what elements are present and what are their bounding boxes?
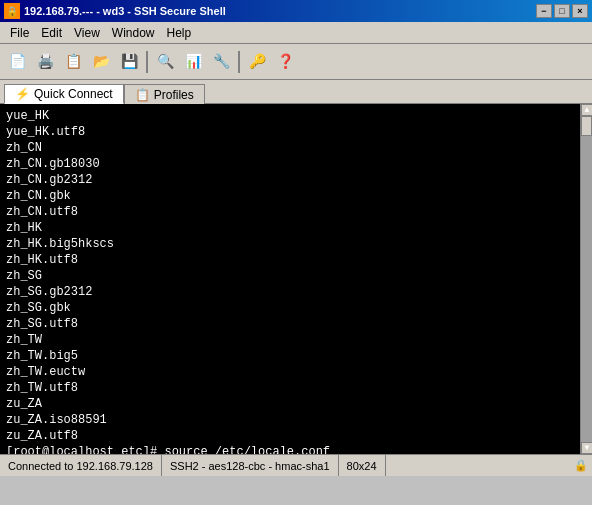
close-button[interactable]: × (572, 4, 588, 18)
terminal-command: [root@localhost etc]# source /etc/locale… (6, 444, 574, 454)
status-bar: Connected to 192.168.79.128 SSH2 - aes12… (0, 454, 592, 476)
list-item: zu_ZA.utf8 (6, 428, 574, 444)
list-item: zh_CN.gb2312 (6, 172, 574, 188)
toolbar-help[interactable]: ❓ (272, 49, 298, 75)
menu-file[interactable]: File (4, 24, 35, 42)
list-item: yue_HK.utf8 (6, 124, 574, 140)
app-icon: 🔒 (4, 3, 20, 19)
toolbar-open[interactable]: 📂 (88, 49, 114, 75)
minimize-button[interactable]: − (536, 4, 552, 18)
list-item: zh_CN (6, 140, 574, 156)
scrollbar[interactable]: ▲ ▼ (580, 104, 592, 454)
list-item: zh_HK.utf8 (6, 252, 574, 268)
scrollbar-track[interactable] (581, 116, 592, 442)
list-item: zh_TW.big5 (6, 348, 574, 364)
scrollbar-up[interactable]: ▲ (581, 104, 592, 116)
title-bar: 🔒 192.168.79.--- - wd3 - SSH Secure Shel… (0, 0, 592, 22)
quick-connect-icon: ⚡ (15, 87, 30, 101)
toolbar: 📄 🖨️ 📋 📂 💾 🔍 📊 🔧 🔑 ❓ (0, 44, 592, 80)
list-item: zh_SG.gbk (6, 300, 574, 316)
menu-view[interactable]: View (68, 24, 106, 42)
menu-window[interactable]: Window (106, 24, 161, 42)
dimensions-text: 80x24 (347, 460, 377, 472)
scrollbar-down[interactable]: ▼ (581, 442, 592, 454)
list-item: zh_HK.big5hkscs (6, 236, 574, 252)
maximize-button[interactable]: □ (554, 4, 570, 18)
encryption-text: SSH2 - aes128-cbc - hmac-sha1 (170, 460, 330, 472)
list-item: zh_SG.utf8 (6, 316, 574, 332)
tab-quick-connect-label: Quick Connect (34, 87, 113, 101)
list-item: zu_ZA.iso88591 (6, 412, 574, 428)
title-bar-left: 🔒 192.168.79.--- - wd3 - SSH Secure Shel… (4, 3, 226, 19)
toolbar-save[interactable]: 💾 (116, 49, 142, 75)
list-item: zh_SG (6, 268, 574, 284)
menu-bar: File Edit View Window Help (0, 22, 592, 44)
tab-quick-connect[interactable]: ⚡ Quick Connect (4, 84, 124, 104)
toolbar-settings[interactable]: 🔧 (208, 49, 234, 75)
status-icon: 🔒 (574, 459, 588, 472)
toolbar-sep1 (146, 51, 148, 73)
terminal-content: yue_HK yue_HK.utf8 zh_CN zh_CN.gb18030 z… (0, 104, 580, 454)
scrollbar-thumb[interactable] (581, 116, 592, 136)
connection-text: Connected to 192.168.79.128 (8, 460, 153, 472)
profiles-icon: 📋 (135, 88, 150, 102)
status-encryption: SSH2 - aes128-cbc - hmac-sha1 (162, 455, 339, 476)
list-item: zh_TW (6, 332, 574, 348)
list-item: zh_TW.utf8 (6, 380, 574, 396)
status-icons: 🔒 (570, 459, 592, 472)
list-item: zh_TW.euctw (6, 364, 574, 380)
menu-help[interactable]: Help (161, 24, 198, 42)
toolbar-new[interactable]: 📄 (4, 49, 30, 75)
list-item: zh_SG.gb2312 (6, 284, 574, 300)
list-item: zu_ZA (6, 396, 574, 412)
tab-profiles-label: Profiles (154, 88, 194, 102)
tab-bar: ⚡ Quick Connect 📋 Profiles (0, 80, 592, 104)
title-bar-controls: − □ × (536, 4, 588, 18)
list-item: zh_CN.utf8 (6, 204, 574, 220)
toolbar-search[interactable]: 🔍 (152, 49, 178, 75)
toolbar-copy[interactable]: 📋 (60, 49, 86, 75)
list-item: zh_CN.gb18030 (6, 156, 574, 172)
tab-profiles[interactable]: 📋 Profiles (124, 84, 205, 104)
menu-edit[interactable]: Edit (35, 24, 68, 42)
list-item: zh_CN.gbk (6, 188, 574, 204)
list-item: zh_HK (6, 220, 574, 236)
terminal[interactable]: yue_HK yue_HK.utf8 zh_CN zh_CN.gb18030 z… (0, 104, 592, 454)
toolbar-chart[interactable]: 📊 (180, 49, 206, 75)
toolbar-print[interactable]: 🖨️ (32, 49, 58, 75)
toolbar-key[interactable]: 🔑 (244, 49, 270, 75)
status-dimensions: 80x24 (339, 455, 386, 476)
status-connection: Connected to 192.168.79.128 (0, 455, 162, 476)
list-item: yue_HK (6, 108, 574, 124)
toolbar-sep2 (238, 51, 240, 73)
window-title: 192.168.79.--- - wd3 - SSH Secure Shell (24, 5, 226, 17)
